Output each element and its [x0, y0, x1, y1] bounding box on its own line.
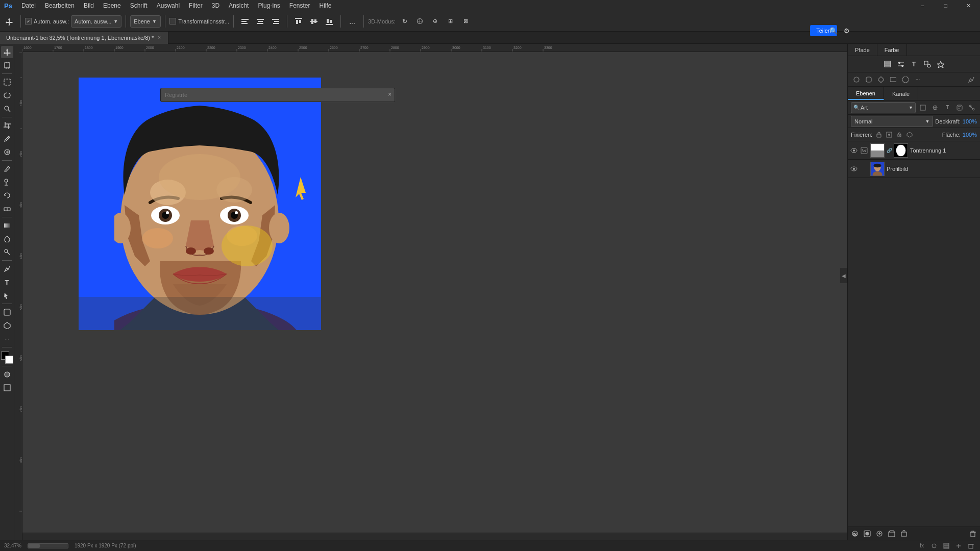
dodge-tool[interactable] [1, 246, 13, 258]
status-fx-icon[interactable]: fx [917, 541, 927, 551]
history-brush-tool[interactable] [1, 189, 13, 202]
search-icon[interactable]: 🔍 [828, 25, 839, 36]
blur-tool[interactable] [1, 233, 13, 245]
3d-rotate-icon[interactable]: ↻ [398, 14, 412, 29]
menu-auswahl[interactable]: Auswahl [153, 1, 184, 10]
tontrennung-fx-icon[interactable] [860, 146, 868, 155]
quick-mask-tool[interactable] [1, 368, 13, 381]
layer-pixel-icon[interactable] [918, 103, 928, 113]
lock-position-icon[interactable] [874, 130, 884, 139]
styles-panel-icon[interactable] [935, 59, 946, 70]
delete-layer-button[interactable] [968, 529, 978, 539]
align-right-icon[interactable] [268, 14, 283, 29]
layer-row-tontrennung[interactable]: 🔗 Tontrennung 1 [848, 141, 980, 160]
popup-close-button[interactable]: × [388, 91, 391, 98]
more-shapes-icon[interactable]: ··· [913, 75, 922, 84]
popup-search-input[interactable] [165, 92, 267, 98]
fill-value[interactable]: 100% [963, 132, 977, 138]
tontrennung-visibility-icon[interactable] [850, 146, 858, 155]
rounded-rect-shape-icon[interactable] [864, 75, 873, 84]
background-color[interactable] [5, 356, 13, 364]
clone-stamp-tool[interactable] [1, 176, 13, 188]
create-group-button[interactable] [887, 529, 897, 539]
3d-scale-icon[interactable]: ⊕ [428, 14, 443, 29]
eraser-tool[interactable] [1, 203, 13, 215]
ebene-dropdown[interactable]: Ebene ▼ [130, 15, 161, 28]
transform-checkbox[interactable] [169, 18, 176, 24]
menu-bearbeiten[interactable]: Bearbeiten [41, 1, 79, 10]
zoom-slider[interactable] [28, 543, 68, 548]
layer-clipping-icon[interactable] [967, 103, 977, 113]
menu-schrift[interactable]: Schrift [126, 1, 152, 10]
add-mask-button[interactable] [862, 529, 872, 539]
lasso-tool[interactable] [1, 89, 13, 102]
crop-tool[interactable] [1, 119, 13, 132]
tab-close-button[interactable]: × [157, 34, 162, 41]
menu-datei[interactable]: Datei [17, 1, 40, 10]
farbe-tab[interactable]: Farbe [877, 44, 907, 56]
status-mask-icon[interactable] [929, 541, 939, 551]
brush-tool[interactable] [1, 163, 13, 175]
more-options-icon[interactable]: ... [345, 14, 359, 29]
text-tool[interactable]: T [1, 276, 13, 288]
lock-image-icon[interactable] [885, 130, 894, 139]
path-select-tool[interactable] [1, 289, 13, 302]
settings-icon[interactable]: ⚙ [841, 25, 852, 36]
add-adjustment-button[interactable] [874, 529, 885, 539]
lock-artboard-icon[interactable] [905, 130, 914, 139]
auto-select-dropdown[interactable]: Autom. ausw... ▼ [71, 15, 121, 28]
ebenen-tab[interactable]: Ebenen [848, 87, 884, 100]
layer-adjustment-icon[interactable] [930, 103, 940, 113]
minimize-button[interactable]: − [911, 0, 934, 11]
shape-panel-icon[interactable] [922, 59, 933, 70]
menu-ebene[interactable]: Ebene [99, 1, 125, 10]
distribute-top-icon[interactable] [291, 14, 306, 29]
close-button[interactable]: ✕ [957, 0, 980, 11]
eyedropper-tool[interactable] [1, 133, 13, 145]
restore-button[interactable]: □ [934, 0, 957, 11]
active-tab[interactable]: Unbenannt-1 bei 32,5% (Tontrennung 1, Eb… [0, 32, 168, 44]
move-tool-icon[interactable] [2, 14, 16, 29]
panel-collapse-button[interactable]: ◀ [840, 268, 847, 283]
blend-mode-dropdown[interactable]: Normal ▼ [851, 116, 933, 127]
marquee-rect-tool[interactable] [1, 76, 13, 88]
menu-filter[interactable]: Filter [185, 1, 207, 10]
menu-bild[interactable]: Bild [80, 1, 98, 10]
lock-all-icon[interactable] [895, 130, 904, 139]
pen-shape-icon[interactable] [967, 75, 976, 84]
layers-panel-icon[interactable] [882, 59, 893, 70]
distribute-center-v-icon[interactable] [307, 14, 321, 29]
profilbild-visibility-icon[interactable] [850, 165, 858, 173]
circle-shape-icon[interactable] [852, 75, 861, 84]
create-layer-button[interactable] [899, 529, 909, 539]
opacity-value[interactable]: 100% [963, 118, 977, 124]
adjustments-panel-icon[interactable] [895, 59, 906, 70]
extra-tools[interactable]: ··· [1, 333, 13, 345]
heal-tool[interactable] [1, 146, 13, 158]
menu-fenster[interactable]: Fenster [285, 1, 314, 10]
add-layer-style-button[interactable]: fx [850, 529, 860, 539]
3d-tool[interactable] [1, 319, 13, 332]
pen-tool[interactable] [1, 263, 13, 275]
layer-text-icon[interactable]: T [942, 103, 952, 113]
move-tool[interactable] [1, 46, 13, 58]
artboard-tool[interactable] [1, 59, 13, 71]
layer-type-filter-dropdown[interactable]: 🔍 Art ▼ [851, 102, 916, 113]
menu-plugins[interactable]: Plug-ins [254, 1, 284, 10]
menu-3d[interactable]: 3D [208, 1, 224, 10]
gradient-tool[interactable] [1, 219, 13, 232]
menu-hilfe[interactable]: Hilfe [315, 1, 335, 10]
align-center-h-icon[interactable] [253, 14, 267, 29]
status-delete-icon[interactable] [966, 541, 976, 551]
layer-row-profilbild[interactable]: Profilbild [848, 160, 980, 178]
3d-slide-icon[interactable]: ⊞ [444, 14, 458, 29]
auto-select-checkbox[interactable]: ✓ [25, 18, 32, 24]
status-layers-icon[interactable] [941, 541, 951, 551]
pfade-tab[interactable]: Pfade [848, 44, 877, 56]
rect-shape-icon[interactable] [889, 75, 898, 84]
color-picker[interactable] [1, 352, 13, 364]
layer-smart-icon[interactable] [954, 103, 965, 113]
text-panel-icon[interactable]: T [909, 59, 920, 70]
3d-roll-icon[interactable]: ⊠ [459, 14, 473, 29]
status-add-icon[interactable] [953, 541, 964, 551]
